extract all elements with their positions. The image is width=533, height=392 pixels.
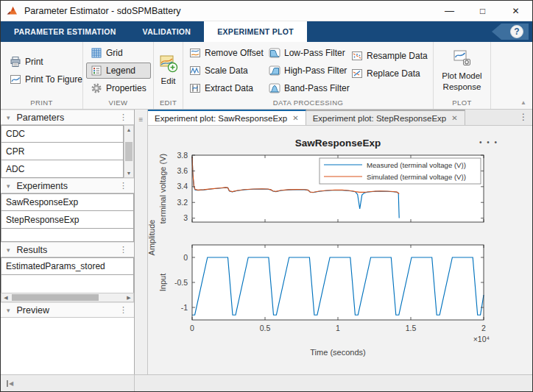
section-title: Experiments bbox=[17, 181, 117, 191]
panel-splitter[interactable]: ≡ bbox=[135, 110, 148, 374]
legend-button[interactable]: Legend bbox=[86, 63, 151, 79]
scale-data-button[interactable]: Scale Data bbox=[185, 63, 263, 79]
close-button[interactable]: ✕ bbox=[499, 1, 532, 21]
legend-entry: Measured (terminal voltage (V)) bbox=[367, 161, 466, 169]
section-header-experiments[interactable]: ▾ Experiments ⋮ bbox=[1, 178, 134, 193]
y-axis-label: Input bbox=[158, 274, 167, 291]
list-item-adc[interactable]: ADC bbox=[1, 160, 124, 178]
resample-data-button[interactable]: Resample Data bbox=[347, 48, 429, 64]
gear-icon bbox=[91, 82, 102, 94]
x-scale-label: ×10⁴ bbox=[473, 335, 490, 343]
remove-offset-button[interactable]: Remove Offset bbox=[185, 45, 263, 61]
section-menu-icon[interactable]: ⋮ bbox=[117, 181, 130, 190]
ribbon-collapse-button[interactable]: ▲ bbox=[520, 99, 526, 106]
section-header-preview[interactable]: ▾ Preview ⋮ bbox=[1, 302, 134, 318]
print-to-figure-button[interactable]: Print To Figure bbox=[5, 71, 87, 88]
scroll-down-icon[interactable]: ▼ bbox=[127, 169, 132, 177]
scroll-right-icon[interactable]: ▶ bbox=[124, 295, 133, 301]
collapse-sidebar-icon[interactable]: ◀ bbox=[7, 380, 13, 387]
collapse-triangle-icon[interactable]: ▾ bbox=[7, 246, 10, 254]
results-empty-space bbox=[1, 275, 134, 293]
scrollbar-thumb[interactable] bbox=[125, 142, 133, 161]
high-pass-filter-icon bbox=[269, 65, 280, 76]
group-label-edit: EDIT bbox=[155, 97, 181, 109]
section-header-parameters[interactable]: ▾ Parameters ⋮ bbox=[1, 110, 134, 125]
x-tick-label: 1.5 bbox=[406, 324, 417, 332]
low-pass-filter-button[interactable]: Low-Pass Filter bbox=[264, 45, 345, 61]
tab-close-icon[interactable]: ✕ bbox=[451, 114, 457, 122]
doc-tab-sawresponseexp[interactable]: Experiment plot: SawResponseExp ✕ bbox=[148, 110, 306, 125]
section-title: Results bbox=[17, 245, 117, 255]
y-tick-label: -1 bbox=[181, 303, 188, 312]
main-area: Experiment plot: SawResponseExp ✕ Experi… bbox=[148, 110, 532, 374]
group-label-view: VIEW bbox=[85, 97, 152, 109]
list-item-estimatedparams[interactable]: EstimatedParams_stored bbox=[1, 257, 134, 275]
band-pass-filter-icon bbox=[269, 82, 280, 94]
tab-experiment-plot[interactable]: EXPERIMENT PLOT bbox=[204, 21, 307, 42]
printer-icon bbox=[10, 56, 21, 68]
scale-data-icon bbox=[189, 65, 201, 76]
section-menu-icon[interactable]: ⋮ bbox=[117, 305, 130, 315]
scrollbar-thumb[interactable] bbox=[12, 294, 99, 301]
scroll-left-icon[interactable]: ◀ bbox=[1, 295, 10, 301]
title-bar: Parameter Estimator - sdoSPMBattery — □ … bbox=[1, 1, 532, 21]
list-item-cpr[interactable]: CPR bbox=[1, 143, 124, 160]
section-header-results[interactable]: ▾ Results ⋮ bbox=[1, 242, 134, 257]
sidebar: ▾ Parameters ⋮ CDC CPR ADC ▲ ▼ ▾ Experim… bbox=[1, 110, 135, 374]
tab-validation[interactable]: VALIDATION bbox=[130, 21, 205, 42]
ribbon-group-view: Grid Legend bbox=[83, 42, 154, 109]
y-tick-label: 0 bbox=[183, 253, 188, 262]
tab-overflow-menu-icon[interactable]: ⋮ bbox=[519, 112, 528, 122]
ribbon-group-print: Print Print To Figure PRINT bbox=[1, 42, 83, 109]
app-window: Parameter Estimator - sdoSPMBattery — □ … bbox=[0, 0, 533, 392]
collapse-triangle-icon[interactable]: ▾ bbox=[7, 114, 10, 121]
plot-legend: Measured (terminal voltage (V))Simulated… bbox=[320, 158, 481, 184]
replace-data-button[interactable]: Replace Data bbox=[347, 65, 429, 82]
group-label-print: PRINT bbox=[2, 97, 81, 109]
parameters-scrollbar[interactable]: ▲ ▼ bbox=[124, 125, 134, 178]
parameters-list: CDC CPR ADC ▲ ▼ bbox=[1, 125, 134, 178]
status-bar-left: ◀ bbox=[1, 375, 135, 391]
list-item-cdc[interactable]: CDC bbox=[1, 125, 124, 143]
window-title: Parameter Estimator - sdoSPMBattery bbox=[24, 6, 433, 16]
collapse-triangle-icon[interactable]: ▾ bbox=[7, 307, 10, 314]
resample-data-icon bbox=[351, 50, 363, 62]
extract-data-button[interactable]: Extract Data bbox=[185, 80, 263, 96]
ribbon-tab-strip: PARAMETER ESTIMATION VALIDATION EXPERIME… bbox=[1, 21, 532, 42]
scroll-up-icon[interactable]: ▲ bbox=[127, 126, 132, 134]
ribbon-group-plot: Plot Model Response PLOT bbox=[434, 42, 491, 109]
collapse-triangle-icon[interactable]: ▾ bbox=[7, 182, 10, 190]
experiment-plot-canvas: SawResponseExp • • • 33.23.43.63.8termin… bbox=[148, 126, 532, 374]
section-title: Parameters bbox=[17, 113, 117, 123]
shared-y-axis-label: Amplitude bbox=[148, 220, 156, 256]
band-pass-filter-button[interactable]: Band-Pass Filter bbox=[264, 80, 345, 96]
splitter-grip-icon[interactable]: ≡ bbox=[139, 115, 144, 374]
ribbon-group-edit: Edit EDIT bbox=[154, 42, 183, 109]
results-horizontal-scrollbar[interactable]: ◀ ▶ bbox=[1, 293, 134, 302]
y-axis-label: terminal voltage (V) bbox=[158, 154, 167, 224]
section-menu-icon[interactable]: ⋮ bbox=[117, 245, 130, 254]
list-item-sawresponseexp[interactable]: SawResponseExp bbox=[1, 193, 134, 211]
x-axis-label: Time (seconds) bbox=[310, 348, 365, 357]
minimize-button[interactable]: — bbox=[433, 1, 466, 21]
plot-model-response-button[interactable]: Plot Model Response bbox=[435, 44, 489, 97]
x-tick-label: 0.5 bbox=[260, 324, 271, 332]
x-tick-label: 1 bbox=[336, 324, 340, 332]
x-tick-label: 0 bbox=[190, 324, 194, 332]
y-tick-label: 3.4 bbox=[177, 182, 188, 190]
list-item-stepresponseexp[interactable]: StepResponseExp bbox=[1, 211, 134, 229]
section-menu-icon[interactable]: ⋮ bbox=[117, 113, 130, 122]
grid-button[interactable]: Grid bbox=[86, 45, 151, 61]
tab-parameter-estimation[interactable]: PARAMETER ESTIMATION bbox=[1, 21, 130, 42]
help-button[interactable]: ? bbox=[510, 25, 523, 38]
doc-tab-stepresponseexp[interactable]: Experiment plot: StepResponseExp ✕ bbox=[306, 110, 465, 125]
edit-button[interactable]: Edit bbox=[155, 44, 183, 97]
properties-button[interactable]: Properties bbox=[86, 80, 151, 96]
print-button[interactable]: Print bbox=[5, 54, 87, 70]
high-pass-filter-button[interactable]: High-Pass Filter bbox=[264, 63, 345, 79]
results-list: EstimatedParams_stored ◀ ▶ bbox=[1, 257, 134, 302]
preview-panel bbox=[1, 318, 134, 374]
subplot-1: 0-0.5-1Input00.511.52×10⁴Time (seconds) bbox=[158, 245, 490, 357]
maximize-button[interactable]: □ bbox=[466, 1, 499, 21]
tab-close-icon[interactable]: ✕ bbox=[292, 114, 298, 122]
